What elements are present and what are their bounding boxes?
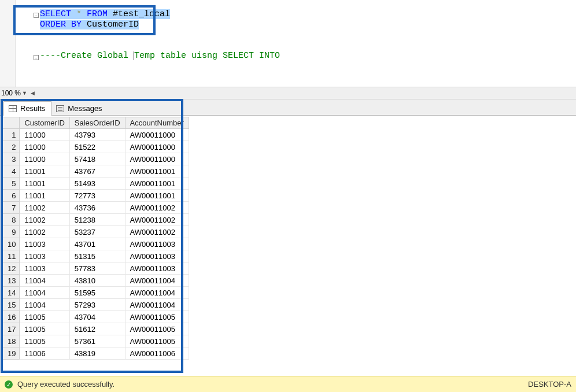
row-number[interactable]: 12 xyxy=(3,262,20,275)
cell[interactable]: 11003 xyxy=(20,262,69,275)
table-row[interactable]: 111100351315AW00011003 xyxy=(3,250,189,262)
cell[interactable]: 11004 xyxy=(20,287,69,299)
cell[interactable]: 51595 xyxy=(69,287,125,299)
results-grid[interactable]: CustomerID SalesOrderID AccountNumber 11… xyxy=(2,117,189,360)
code-line[interactable]: ----Create Global Temp table uisng SELEC… xyxy=(16,51,280,61)
table-row[interactable]: 21100051522AW00011000 xyxy=(3,141,189,153)
cell[interactable]: AW00011003 xyxy=(125,238,189,250)
row-number[interactable]: 18 xyxy=(3,335,20,347)
cell[interactable]: AW00011000 xyxy=(125,129,189,141)
table-row[interactable]: 151100457293AW00011004 xyxy=(3,299,189,311)
col-header[interactable]: AccountNumber xyxy=(125,117,189,129)
cell[interactable]: 11004 xyxy=(20,275,69,287)
cell[interactable]: 51238 xyxy=(69,214,125,226)
code-line[interactable] xyxy=(16,30,280,40)
col-header[interactable]: SalesOrderID xyxy=(69,117,125,129)
cell[interactable]: AW00011006 xyxy=(125,347,189,360)
cell[interactable]: 72773 xyxy=(69,190,125,202)
cell[interactable]: AW00011001 xyxy=(125,190,189,202)
row-number[interactable]: 10 xyxy=(3,238,20,250)
cell[interactable]: 43701 xyxy=(69,238,125,250)
tab-results[interactable]: Results xyxy=(3,101,51,116)
table-row[interactable]: 91100253237AW00011002 xyxy=(3,226,189,238)
cell[interactable]: 43819 xyxy=(69,347,125,360)
table-row[interactable]: 41100143767AW00011001 xyxy=(3,165,189,177)
col-header[interactable]: CustomerID xyxy=(20,117,69,129)
row-number[interactable]: 14 xyxy=(3,287,20,299)
cell[interactable]: 57418 xyxy=(69,153,125,165)
table-row[interactable]: 131100443810AW00011004 xyxy=(3,275,189,287)
cell[interactable]: 11006 xyxy=(20,347,69,360)
cell[interactable]: AW00011003 xyxy=(125,262,189,275)
row-number[interactable]: 5 xyxy=(3,177,20,190)
cell[interactable]: AW00011000 xyxy=(125,153,189,165)
tab-messages[interactable]: Messages xyxy=(51,102,108,115)
cell[interactable]: 43767 xyxy=(69,165,125,177)
row-number[interactable]: 13 xyxy=(3,275,20,287)
cell[interactable]: AW00011002 xyxy=(125,202,189,214)
code-line[interactable]: ORDER BY CustomerID xyxy=(16,20,280,30)
cell[interactable]: 11002 xyxy=(20,214,69,226)
cell[interactable]: 43704 xyxy=(69,311,125,323)
cell[interactable]: 51612 xyxy=(69,323,125,335)
table-row[interactable]: 61100172773AW00011001 xyxy=(3,190,189,202)
cell[interactable]: AW00011001 xyxy=(125,165,189,177)
cell[interactable]: 57783 xyxy=(69,262,125,275)
cell[interactable]: 11001 xyxy=(20,190,69,202)
fold-icon[interactable]: - xyxy=(34,55,39,60)
table-row[interactable]: 181100557361AW00011005 xyxy=(3,335,189,347)
row-number[interactable]: 15 xyxy=(3,299,20,311)
row-number[interactable]: 16 xyxy=(3,311,20,323)
cell[interactable]: 51522 xyxy=(69,141,125,153)
cell[interactable]: 43810 xyxy=(69,275,125,287)
cell[interactable]: AW00011002 xyxy=(125,214,189,226)
cell[interactable]: AW00011004 xyxy=(125,287,189,299)
row-number[interactable]: 17 xyxy=(3,323,20,335)
table-row[interactable]: 81100251238AW00011002 xyxy=(3,214,189,226)
code-line[interactable] xyxy=(16,40,280,51)
cell[interactable]: AW00011002 xyxy=(125,226,189,238)
table-row[interactable]: 31100057418AW00011000 xyxy=(3,153,189,165)
cell[interactable]: AW00011004 xyxy=(125,299,189,311)
cell[interactable]: 11002 xyxy=(20,226,69,238)
table-row[interactable]: 161100543704AW00011005 xyxy=(3,311,189,323)
cell[interactable]: 57293 xyxy=(69,299,125,311)
cell[interactable]: 53237 xyxy=(69,226,125,238)
cell[interactable]: 11000 xyxy=(20,141,69,153)
code-line[interactable]: SELECT * FROM #test_local xyxy=(16,9,280,20)
cell[interactable]: AW00011003 xyxy=(125,250,189,262)
cell[interactable]: 11000 xyxy=(20,129,69,141)
cell[interactable]: 43793 xyxy=(69,129,125,141)
cell[interactable]: 11005 xyxy=(20,335,69,347)
fold-icon[interactable]: - xyxy=(34,13,39,18)
cell[interactable]: AW00011005 xyxy=(125,323,189,335)
row-number[interactable]: 11 xyxy=(3,250,20,262)
cell[interactable]: 11005 xyxy=(20,311,69,323)
cell[interactable]: 11000 xyxy=(20,153,69,165)
cell[interactable]: 51315 xyxy=(69,250,125,262)
table-row[interactable]: 141100451595AW00011004 xyxy=(3,287,189,299)
row-number[interactable]: 7 xyxy=(3,202,20,214)
cell[interactable]: 11004 xyxy=(20,299,69,311)
cell[interactable]: AW00011004 xyxy=(125,275,189,287)
cell[interactable]: 43736 xyxy=(69,202,125,214)
scroll-left-icon[interactable]: ◀ xyxy=(31,90,35,96)
table-row[interactable]: 51100151493AW00011001 xyxy=(3,177,189,190)
row-number[interactable]: 8 xyxy=(3,214,20,226)
sql-editor[interactable]: - - SELECT * FROM #test_local ORDER BY C… xyxy=(0,0,576,87)
cell[interactable]: 11001 xyxy=(20,165,69,177)
table-row[interactable]: 101100343701AW00011003 xyxy=(3,238,189,250)
zoom-select[interactable]: 100 % ▼ xyxy=(1,89,27,97)
cell[interactable]: 11005 xyxy=(20,323,69,335)
cell[interactable]: AW00011000 xyxy=(125,141,189,153)
table-row[interactable]: 71100243736AW00011002 xyxy=(3,202,189,214)
cell[interactable]: 11003 xyxy=(20,238,69,250)
table-row[interactable]: 121100357783AW00011003 xyxy=(3,262,189,275)
cell[interactable]: 11002 xyxy=(20,202,69,214)
row-number[interactable]: 1 xyxy=(3,129,20,141)
cell[interactable]: AW00011005 xyxy=(125,311,189,323)
table-row[interactable]: 191100643819AW00011006 xyxy=(3,347,189,360)
row-number[interactable]: 19 xyxy=(3,347,20,360)
row-number[interactable]: 6 xyxy=(3,190,20,202)
cell[interactable]: AW00011005 xyxy=(125,335,189,347)
